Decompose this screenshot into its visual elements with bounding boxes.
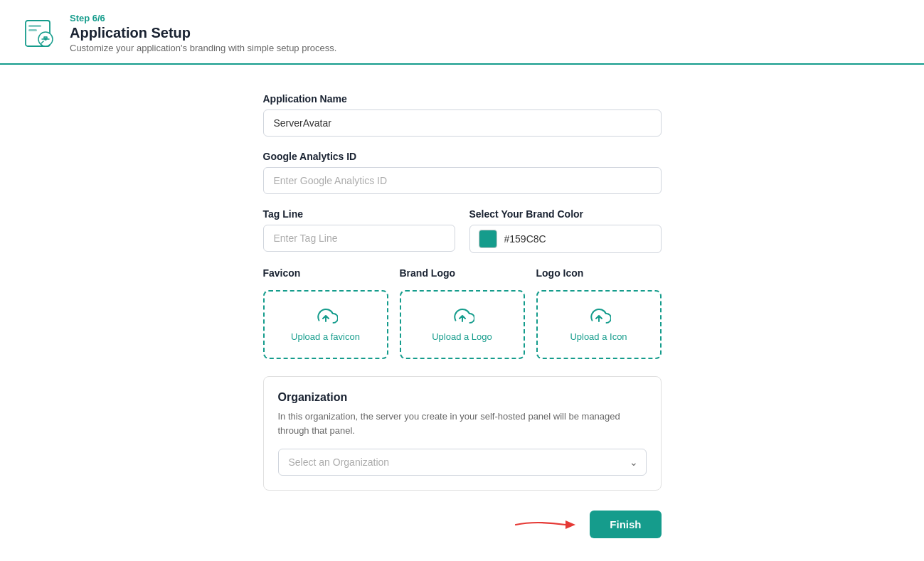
brand-logo-label-cell: Brand Logo: [400, 267, 525, 284]
org-select[interactable]: Select an Organization: [278, 449, 647, 476]
org-title: Organization: [278, 391, 647, 404]
org-select-wrapper: Select an Organization ⌄: [278, 449, 647, 476]
color-swatch: [479, 230, 497, 248]
page-subtitle: Customize your application's branding wi…: [70, 43, 336, 53]
analytics-input[interactable]: [263, 167, 662, 194]
analytics-label: Google Analytics ID: [263, 151, 662, 162]
tagline-group: Tag Line: [263, 208, 455, 253]
favicon-upload-label: Upload a favicon: [291, 331, 360, 342]
tagline-label: Tag Line: [263, 208, 455, 220]
upload-cloud-icon-logo-icon: [587, 307, 611, 327]
brand-logo-upload-box[interactable]: Upload a Logo: [400, 290, 525, 359]
favicon-label-cell: Favicon: [263, 267, 388, 284]
logo-icon-label-cell: Logo Icon: [536, 267, 662, 284]
page-title: Application Setup: [70, 25, 336, 41]
app-name-input[interactable]: [263, 109, 662, 137]
logo-icon-section-label: Logo Icon: [536, 267, 662, 279]
organization-section: Organization In this organization, the s…: [263, 376, 662, 491]
favicon-section-label: Favicon: [263, 267, 388, 279]
org-desc: In this organization, the server you cre…: [278, 410, 647, 437]
app-name-label: Application Name: [263, 93, 662, 105]
logo-icon-upload-box[interactable]: Upload a Icon: [536, 290, 662, 359]
app-name-group: Application Name: [263, 93, 662, 137]
logo-icon-upload-label: Upload a Icon: [570, 331, 627, 342]
header-text: Step 6/6 Application Setup Customize you…: [70, 13, 336, 53]
upload-labels-row: Favicon Brand Logo Logo Icon: [263, 267, 662, 284]
red-arrow-icon: [514, 515, 578, 535]
form-container: Application Name Google Analytics ID Tag…: [263, 93, 662, 538]
main-content: Application Name Google Analytics ID Tag…: [0, 65, 924, 561]
brand-logo-section-label: Brand Logo: [400, 267, 525, 279]
arrow-container: [514, 515, 578, 535]
brand-color-group: Select Your Brand Color: [469, 208, 662, 253]
upload-cloud-icon-brand-logo: [450, 307, 474, 327]
finish-button[interactable]: Finish: [590, 511, 661, 538]
svg-point-4: [44, 38, 47, 41]
svg-marker-5: [565, 520, 575, 529]
app-setup-icon: [21, 15, 58, 52]
upload-cloud-icon-favicon: [314, 307, 338, 327]
footer-row: Finish: [263, 511, 662, 538]
brand-color-label: Select Your Brand Color: [469, 208, 662, 220]
brand-logo-upload-label: Upload a Logo: [432, 331, 492, 342]
step-label: Step 6/6: [70, 13, 336, 23]
tagline-input[interactable]: [263, 225, 455, 252]
color-input-wrapper[interactable]: [469, 225, 662, 253]
analytics-group: Google Analytics ID: [263, 151, 662, 194]
upload-section: Favicon Brand Logo Logo Icon Upload a fa…: [263, 267, 662, 359]
favicon-upload-box[interactable]: Upload a favicon: [263, 290, 388, 359]
svg-rect-1: [28, 25, 41, 27]
color-value-input[interactable]: [504, 233, 652, 245]
header: Step 6/6 Application Setup Customize you…: [0, 0, 924, 65]
upload-boxes-row: Upload a favicon Upload a Logo: [263, 290, 662, 359]
svg-rect-2: [28, 29, 37, 31]
tagline-color-row: Tag Line Select Your Brand Color: [263, 208, 662, 253]
